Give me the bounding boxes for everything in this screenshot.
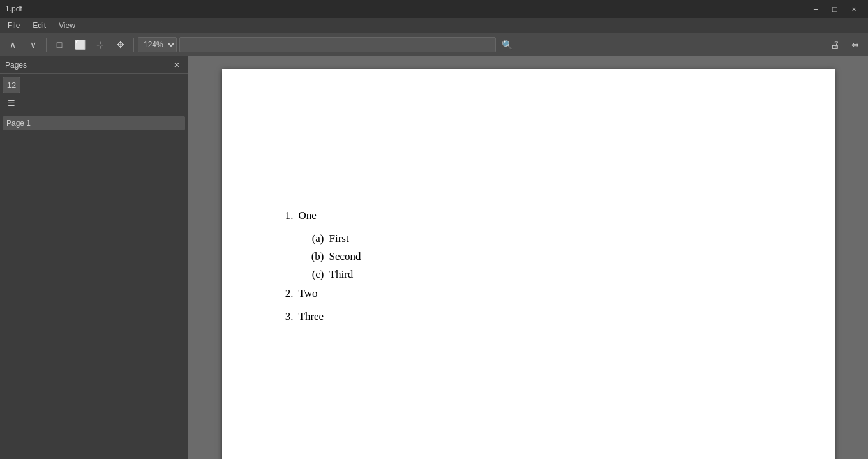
next-page-button[interactable]: ∨	[24, 36, 42, 53]
fit-width-button[interactable]: ⬜	[71, 36, 89, 53]
toolbar-separator-1	[46, 38, 47, 52]
menu-file[interactable]: File	[3, 20, 25, 31]
sidebar: Pages ✕ 12 ☰ Page 1	[0, 56, 188, 459]
sidebar-pages-thumbnail-button[interactable]: 12	[3, 77, 20, 93]
prev-page-button[interactable]: ∧	[4, 36, 22, 53]
list-item-2: 2. Two	[273, 287, 784, 300]
pdf-content-area[interactable]: 1. One (a) First (b) Second (c)	[188, 56, 868, 459]
search-input[interactable]	[179, 37, 496, 52]
sub-list-1: (a) First (b) Second (c) Third	[304, 232, 784, 281]
sub-item-1a: (a) First	[304, 232, 784, 245]
pdf-page-wrapper: 1. One (a) First (b) Second (c)	[188, 56, 868, 459]
menu-view[interactable]: View	[54, 20, 80, 31]
sub-label-1c: (c)	[304, 268, 324, 281]
expand-button[interactable]: ⇔	[846, 36, 864, 53]
list-num-1: 1.	[273, 209, 294, 222]
list-num-3: 3.	[273, 310, 294, 323]
sidebar-icons: 12 ☰	[0, 74, 188, 114]
selection-button[interactable]: ⊹	[91, 36, 109, 53]
sidebar-title: Pages	[5, 61, 27, 70]
sub-item-1c: (c) Third	[304, 268, 784, 281]
sidebar-header: Pages ✕	[0, 56, 188, 74]
close-button[interactable]: ×	[845, 3, 863, 15]
sidebar-content: Page 1	[0, 114, 188, 459]
sub-item-1b: (b) Second	[304, 250, 784, 263]
list-label-2: Two	[299, 287, 318, 300]
main-layout: Pages ✕ 12 ☰ Page 1 1. One	[0, 56, 868, 459]
print-button[interactable]: 🖨	[826, 36, 844, 53]
list-item-3: 3. Three	[273, 310, 784, 323]
sidebar-pages-list-button[interactable]: ☰	[3, 94, 20, 111]
sub-text-1c: Third	[329, 268, 354, 281]
pdf-content: 1. One (a) First (b) Second (c)	[222, 69, 835, 384]
window-title: 1.pdf	[5, 4, 22, 13]
sub-label-1b: (b)	[304, 250, 324, 263]
list-label-3: Three	[299, 310, 324, 323]
list-item-1: 1. One	[273, 209, 784, 222]
minimize-button[interactable]: −	[807, 3, 825, 15]
list-num-2: 2.	[273, 287, 294, 300]
fit-page-button[interactable]: □	[50, 36, 68, 53]
sidebar-close-button[interactable]: ✕	[171, 59, 183, 71]
title-bar: 1.pdf − □ ×	[0, 0, 868, 18]
sub-text-1b: Second	[329, 250, 361, 263]
sub-label-1a: (a)	[304, 232, 324, 245]
pan-button[interactable]: ✥	[112, 36, 130, 53]
zoom-select[interactable]: 124% 50% 75% 100% 150% 200%	[138, 37, 177, 52]
search-button[interactable]: 🔍	[498, 36, 516, 53]
menu-edit[interactable]: Edit	[27, 20, 51, 31]
page-1-item[interactable]: Page 1	[3, 116, 185, 130]
list-label-1: One	[299, 209, 317, 222]
sub-text-1a: First	[329, 232, 349, 245]
maximize-button[interactable]: □	[826, 3, 844, 15]
title-bar-controls: − □ ×	[807, 3, 863, 15]
toolbar: ∧ ∨ □ ⬜ ⊹ ✥ 124% 50% 75% 100% 150% 200% …	[0, 33, 868, 56]
pdf-page: 1. One (a) First (b) Second (c)	[222, 69, 835, 459]
title-bar-left: 1.pdf	[5, 4, 22, 13]
toolbar-separator-2	[133, 38, 134, 52]
menu-bar: File Edit View	[0, 18, 868, 33]
